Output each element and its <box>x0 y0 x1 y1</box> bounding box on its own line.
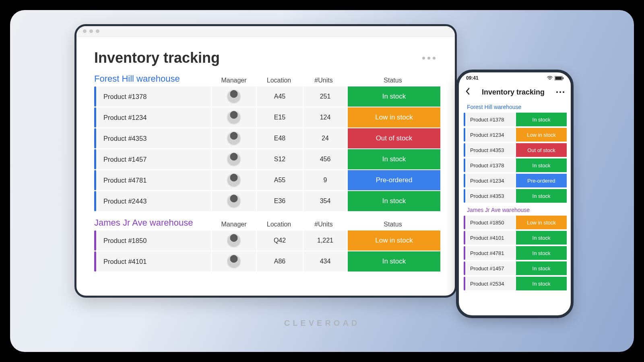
phone-list-item[interactable]: Product #1234Pre-ordered <box>464 174 567 187</box>
row-accent <box>464 158 465 172</box>
manager-cell[interactable] <box>212 86 256 107</box>
page-title: Inventory tracking <box>94 49 220 66</box>
manager-cell[interactable] <box>212 128 256 148</box>
phone-list-item[interactable]: Product #4781In stock <box>464 246 567 260</box>
column-header-manager: Manager <box>212 221 256 228</box>
status-badge: Low in stock <box>516 216 567 229</box>
desktop-window: Inventory tracking Forest Hill warehouse… <box>74 24 457 298</box>
table-row[interactable]: Product #4101A86434In stock <box>94 251 440 272</box>
svg-rect-1 <box>555 76 562 80</box>
row-accent <box>464 113 465 126</box>
location-cell: E15 <box>257 107 303 128</box>
phone-list-item[interactable]: Product #1378In stock <box>464 113 567 126</box>
status-badge: In stock <box>516 113 567 126</box>
avatar <box>227 89 241 104</box>
phone-list-item[interactable]: Product #4353In stock <box>464 189 567 203</box>
row-accent <box>94 170 96 190</box>
manager-cell[interactable] <box>212 230 256 251</box>
product-name: Product #1850 <box>97 230 211 251</box>
status-badge: In stock <box>516 261 567 275</box>
window-dot-max-icon[interactable] <box>96 29 99 33</box>
desktop-section: Forest Hill warehouseManagerLocation#Uni… <box>76 68 455 211</box>
product-name: Product #4781 <box>466 246 515 260</box>
status-badge: In stock <box>348 191 440 211</box>
phone-list-item[interactable]: Product #2534In stock <box>464 277 567 290</box>
back-button[interactable] <box>465 87 470 97</box>
phone-list-item[interactable]: Product #4353Out of stock <box>464 143 567 157</box>
units-cell: 354 <box>303 191 347 211</box>
window-dot-min-icon[interactable] <box>89 29 93 33</box>
table-row[interactable]: Product #4781A559Pre-ordered <box>94 170 440 190</box>
product-name: Product #4101 <box>466 231 515 245</box>
units-cell: 24 <box>303 128 347 148</box>
phone-more-menu-icon[interactable] <box>556 91 564 93</box>
section-title[interactable]: Forest Hill warehouse <box>94 74 212 84</box>
more-menu-icon[interactable] <box>422 57 436 60</box>
avatar <box>227 254 241 269</box>
section-title[interactable]: James Jr Ave warehouse <box>94 218 212 228</box>
location-cell: A86 <box>257 251 303 272</box>
table-row[interactable]: Product #1850Q421,221Low in stock <box>94 230 440 251</box>
product-name: Product #2534 <box>466 277 515 290</box>
product-name: Product #4353 <box>466 143 515 157</box>
row-accent <box>94 107 96 128</box>
avatar <box>227 152 241 167</box>
status-badge: In stock <box>348 86 440 107</box>
phone-status-icons <box>547 76 564 80</box>
status-badge: In stock <box>516 189 567 203</box>
svg-rect-2 <box>563 77 564 79</box>
row-accent <box>94 128 96 148</box>
location-cell: A45 <box>257 86 303 107</box>
units-cell: 434 <box>303 251 347 272</box>
status-badge: Low in stock <box>348 230 440 251</box>
phone-list-item[interactable]: Product #1850Low in stock <box>464 216 567 229</box>
manager-cell[interactable] <box>212 107 256 128</box>
product-name: Product #1378 <box>466 113 515 126</box>
row-accent <box>464 143 465 157</box>
battery-icon <box>555 76 564 80</box>
row-accent <box>464 189 465 203</box>
phone-list-item[interactable]: Product #4101In stock <box>464 231 567 245</box>
desktop-section: James Jr Ave warehouseManagerLocation#Un… <box>76 212 455 272</box>
phone-statusbar: 09:41 <box>459 72 571 84</box>
phone-section-title[interactable]: Forest Hill warehouse <box>459 101 571 113</box>
table-row[interactable]: Product #2443E36354In stock <box>94 191 440 211</box>
status-badge: Out of stock <box>348 128 440 148</box>
column-header-manager: Manager <box>212 77 256 84</box>
units-cell: 456 <box>303 149 347 169</box>
phone-list-item[interactable]: Product #1378In stock <box>464 158 567 172</box>
product-name: Product #4353 <box>97 128 211 148</box>
table-row[interactable]: Product #4353E4824Out of stock <box>94 128 440 148</box>
avatar <box>227 110 241 125</box>
row-accent <box>94 191 96 211</box>
row-accent <box>94 86 96 107</box>
row-accent <box>464 231 465 245</box>
phone-list-item[interactable]: Product #1234Low in stock <box>464 128 567 142</box>
desktop-section-head: Forest Hill warehouseManagerLocation#Uni… <box>94 74 440 84</box>
window-dot-close-icon[interactable] <box>83 29 87 33</box>
manager-cell[interactable] <box>212 170 256 190</box>
status-badge: Low in stock <box>348 107 440 128</box>
manager-cell[interactable] <box>212 191 256 211</box>
product-name: Product #1234 <box>466 128 515 142</box>
brand-label: CLEVEROAD <box>284 319 360 328</box>
units-cell: 124 <box>303 107 347 128</box>
phone-section-title[interactable]: James Jr Ave warehouse <box>459 204 571 216</box>
phone-list-item[interactable]: Product #1457In stock <box>464 261 567 275</box>
table-row[interactable]: Product #1457S12456In stock <box>94 149 440 169</box>
column-header-units: #Units <box>302 221 345 228</box>
column-header-location: Location <box>256 221 302 228</box>
manager-cell[interactable] <box>212 149 256 169</box>
phone-time: 09:41 <box>466 75 479 81</box>
location-cell: A55 <box>257 170 303 190</box>
location-cell: E48 <box>257 128 303 148</box>
avatar <box>227 233 241 248</box>
column-header-location: Location <box>256 77 302 84</box>
row-accent <box>464 246 465 260</box>
table-row[interactable]: Product #1378A45251In stock <box>94 86 440 107</box>
product-name: Product #1378 <box>97 86 211 107</box>
product-name: Product #1234 <box>466 174 515 187</box>
table-row[interactable]: Product #1234E15124Low in stock <box>94 107 440 128</box>
manager-cell[interactable] <box>212 251 256 272</box>
status-badge: Pre-ordered <box>516 174 567 187</box>
